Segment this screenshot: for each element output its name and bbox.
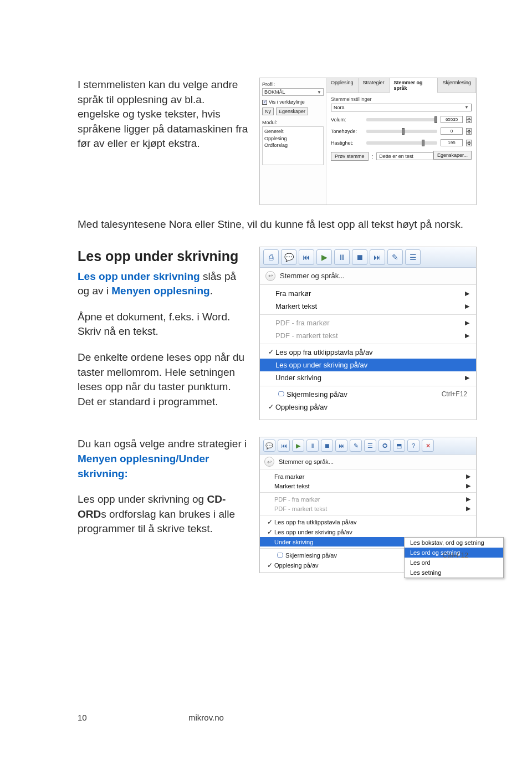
menu-screenshot-small: 💬 ⏮ ▶ ⏸ ⏹ ⏭ ✎ ☰ ✪ ⬒ ? ✕ ↩ Stemmer og spr… [259,437,477,573]
back-icon: ↩ [265,271,275,281]
profil-value: BOKMÅL [264,89,285,95]
submenu-item[interactable]: Les bokstav, ord og setning [405,538,503,548]
menu-title-row[interactable]: ↩ Stemmer og språk... [260,268,476,285]
toolbar-btn[interactable]: ☰ [364,440,376,452]
menu-item[interactable]: Under skriving▶Les bokstav, ord og setni… [260,537,476,547]
modul-list[interactable]: Generelt Opplesing Ordforslag [262,126,324,165]
speech-icon[interactable]: 💬 [263,440,275,452]
egenskaper-button[interactable]: Egenskaper [276,108,308,115]
paragraph-2: Med talesyntesene Nora eller Stine, vil … [78,217,477,232]
menu-item-label: Les opp under skriving på/av [275,361,469,369]
menu-item[interactable]: Markert tekst▶ [260,481,476,491]
menu-item: PDF - fra markør▶ [260,494,476,504]
play-icon[interactable]: ▶ [316,249,332,265]
pause-icon[interactable]: ⏸ [306,440,319,452]
submenu-item-label: Les bokstav, ord og setning [410,539,498,546]
menu-item[interactable]: ✓Opplesing på/av [260,560,476,570]
test-voice-button[interactable]: Prøv stemme [331,152,369,161]
menu-item-label: Under skriving [275,374,465,382]
close-icon[interactable]: ✕ [422,440,434,452]
paragraph-7: Les opp under skrivning og CD-ORDs ordfo… [78,492,249,537]
submenu-arrow-icon: ▶ [465,332,469,339]
menu-item: PDF - markert tekst▶ [260,504,476,513]
toolbar-btn-9[interactable]: ☰ [405,249,421,265]
colon: : [372,154,374,160]
stop-icon[interactable]: ⏹ [321,440,333,452]
menu-item[interactable]: 🖵Skjermlesing på/avCtrl+F12 [260,388,476,401]
next-icon[interactable]: ⏭ [335,440,347,452]
hast-stepper[interactable]: ▴▾ [466,140,472,146]
pause-icon[interactable]: ⏸ [334,249,350,265]
menu-item[interactable]: Markert tekst▶ [260,300,476,313]
modul-item-generelt[interactable]: Generelt [264,128,321,135]
hast-label: Hastighet: [331,140,363,146]
toolbar-btn[interactable]: ✎ [350,440,362,452]
check-icon: ✓ [265,518,274,526]
stop-icon[interactable]: ⏹ [352,249,367,265]
menu-item[interactable]: ✓Les opp fra utklippstavla på/av [260,517,476,527]
tab-skjermlesing[interactable]: Skjermlesing [438,78,476,93]
tone-slider[interactable] [366,130,437,133]
modul-item-opplesing[interactable]: Opplesing [264,135,321,142]
menu-item[interactable]: 🖵Skjermlesing på/avCtrl+F12 [260,550,476,560]
test-text-field[interactable]: Dette er en test [376,152,433,160]
tab-stemmer[interactable]: Stemmer og språk [390,78,438,93]
volum-slider[interactable] [366,118,437,121]
vis-verktoy-label: Vis i verktøylinje [269,99,305,105]
paragraph-5: De enkelte ordene leses opp når du taste… [78,350,249,409]
toolbar: ⎙ 💬 ⏮ ▶ ⏸ ⏹ ⏭ ✎ ☰ [260,247,476,268]
page-footer: 10 mikrov.no [78,713,477,722]
heading-les-opp: Les opp under skrivning [78,247,249,266]
hast-slider[interactable] [366,141,437,145]
toolbar-btn[interactable]: ⬒ [393,440,405,452]
menu-item[interactable]: Fra markør▶ [260,472,476,481]
menu-item-label: PDF - markert tekst [275,331,465,340]
prev-icon[interactable]: ⏮ [299,249,314,265]
profil-label: Profil: [262,81,324,87]
menu-item[interactable]: Les opp under skriving på/av [260,359,476,371]
menu-item-label: Fra markør [275,289,465,298]
check-icon: ✓ [267,403,275,411]
menu-item-label: PDF - markert tekst [274,505,466,512]
tone-value[interactable]: 0 [441,127,463,135]
toolbar-btn-1[interactable]: ⎙ [263,249,279,265]
voice-combo[interactable]: Nora▼ [331,104,472,111]
modul-label: Modul: [262,120,324,125]
play-icon[interactable]: ▶ [292,440,304,452]
paragraph-6: Du kan også velge andre strategier i Men… [78,437,249,481]
menu-item-label: Fra markør [274,473,466,480]
vis-verktoy-checkbox[interactable]: ✓ Vis i verktøylinje [262,99,324,105]
menu-item-label: Skjermlesing på/av [285,552,443,559]
modul-item-ordforslag[interactable]: Ordforslag [264,142,321,149]
menu-item-label: Markert tekst [274,483,466,489]
menu-title-row-small[interactable]: ↩ Stemmer og språk... [260,454,476,469]
menu-item-label: Skjermlesing på/av [287,390,442,399]
page-number: 10 [78,713,188,722]
help-icon[interactable]: ? [407,440,420,452]
checkbox-icon: ✓ [262,100,267,105]
menu-shortcut: Ctrl+F12 [442,390,467,398]
menu-item[interactable]: Fra markør▶ [260,287,476,300]
tab-strategier[interactable]: Strategier [359,78,390,93]
submenu-arrow-icon: ▶ [465,290,469,297]
hast-value[interactable]: 195 [441,139,463,146]
menu-item[interactable]: ✓Les opp fra utklippstavla på/av [260,346,476,359]
volum-value[interactable]: 65535 [441,116,463,123]
egenskaper-voice-button[interactable]: Egenskaper... [433,151,472,160]
ny-button[interactable]: Ny [262,108,274,115]
menu-item[interactable]: ✓Opplesing på/av [260,401,476,413]
toolbar-btn[interactable]: ✪ [378,440,391,452]
menu-item-label: Opplesing på/av [275,403,469,411]
footer-site: mikrov.no [188,713,224,722]
tone-stepper[interactable]: ▴▾ [466,128,472,135]
next-icon[interactable]: ⏭ [370,249,385,265]
menu-item[interactable]: ✓Les opp under skriving på/av [260,527,476,537]
menu-item[interactable]: Under skriving▶ [260,371,476,384]
prev-icon[interactable]: ⏮ [278,440,290,452]
toolbar-btn-8[interactable]: ✎ [387,249,403,265]
menu-screenshot: ⎙ 💬 ⏮ ▶ ⏸ ⏹ ⏭ ✎ ☰ ↩ Stemmer og språk... … [259,247,477,421]
profil-combo[interactable]: BOKMÅL▼ [262,88,324,96]
speech-icon[interactable]: 💬 [281,249,296,265]
tab-opplesing[interactable]: Opplesing [326,78,359,93]
volum-stepper[interactable]: ▴▾ [466,116,472,123]
